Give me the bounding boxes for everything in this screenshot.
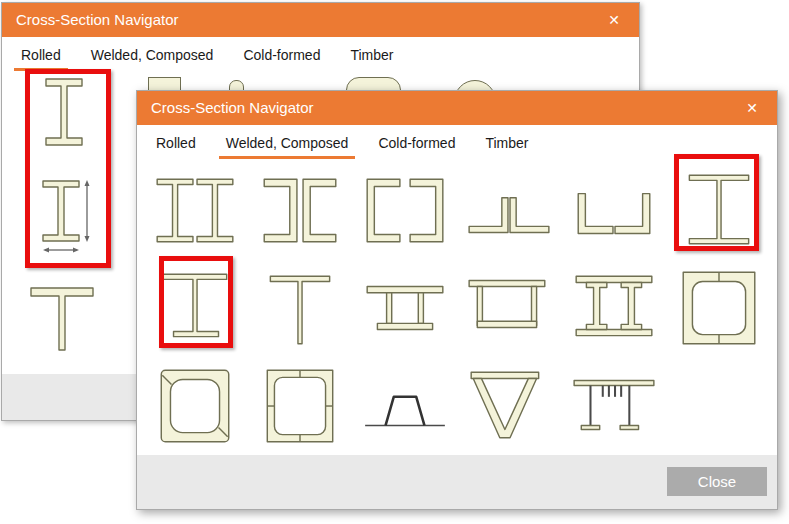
- tab-welded-composed[interactable]: Welded, Composed: [84, 41, 221, 71]
- tab-rolled[interactable]: Rolled: [149, 129, 203, 159]
- shape-double-angles-back-to-back[interactable]: [457, 161, 562, 259]
- tab-bar: RolledWelded, ComposedCold-formedTimber: [137, 125, 777, 159]
- shape-rolled-i-section-with-dimension-arrows[interactable]: [42, 179, 92, 261]
- dialog-footer: Close: [137, 455, 777, 509]
- shape-box-with-top-plate[interactable]: [457, 259, 562, 357]
- shape-channels-facing[interactable]: [352, 161, 457, 259]
- shape-double-i-with-cover-plates[interactable]: [562, 259, 667, 357]
- tab-timber[interactable]: Timber: [343, 41, 400, 71]
- tab-cold-formed[interactable]: Cold-formed: [371, 129, 462, 159]
- cross-section-grid: [143, 161, 771, 454]
- shape-ribbed-plate[interactable]: [562, 356, 667, 454]
- shape-box-from-angles[interactable]: [143, 356, 248, 454]
- tab-rolled[interactable]: Rolled: [14, 41, 68, 71]
- tab-bar: RolledWelded, ComposedCold-formedTimber: [2, 37, 639, 71]
- shape-rolled-t-section[interactable]: [29, 285, 95, 357]
- shape-welded-i-section[interactable]: [666, 161, 771, 259]
- empty-cell: [666, 356, 771, 454]
- close-icon[interactable]: ✕: [597, 3, 631, 37]
- shape-welded-i-section-asymmetric[interactable]: [143, 259, 248, 357]
- window-title: Cross-Section Navigator: [137, 99, 314, 116]
- titlebar[interactable]: Cross-Section Navigator ✕: [2, 3, 639, 37]
- shape-angles-toe-to-toe[interactable]: [562, 161, 667, 259]
- tab-timber[interactable]: Timber: [478, 129, 535, 159]
- shape-box-from-plates[interactable]: [248, 356, 353, 454]
- shape-v-section[interactable]: [457, 356, 562, 454]
- shape-double-i-beams[interactable]: [143, 161, 248, 259]
- close-button[interactable]: Close: [667, 467, 767, 496]
- tab-welded-composed[interactable]: Welded, Composed: [219, 129, 356, 159]
- shape-welded-box-rounded[interactable]: [666, 259, 771, 357]
- shape-rolled-i-section[interactable]: [43, 77, 85, 151]
- titlebar[interactable]: Cross-Section Navigator ✕: [137, 91, 777, 125]
- window-cross-section-navigator-front: Cross-Section Navigator ✕ RolledWelded, …: [136, 90, 778, 510]
- shape-welded-t-section[interactable]: [248, 259, 353, 357]
- shape-double-web-plated-section[interactable]: [352, 259, 457, 357]
- shape-hat-profile[interactable]: [352, 356, 457, 454]
- window-title: Cross-Section Navigator: [2, 11, 179, 28]
- shape-channels-back-to-back[interactable]: [248, 161, 353, 259]
- close-icon[interactable]: ✕: [735, 91, 769, 125]
- tab-cold-formed[interactable]: Cold-formed: [236, 41, 327, 71]
